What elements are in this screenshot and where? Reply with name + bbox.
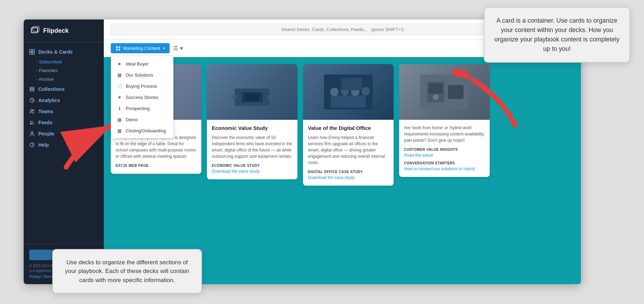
deck-grid-icon: [116, 46, 121, 51]
svg-rect-1: [33, 26, 39, 31]
svg-rect-4: [30, 52, 32, 54]
card-3: Value of the Digital Office Learn how En…: [303, 64, 394, 186]
card-2-body: Economic Value Study Discover the econom…: [207, 120, 297, 179]
sidebar-item-decks-cards[interactable]: Decks & Cards: [24, 46, 104, 57]
svg-rect-30: [268, 95, 273, 98]
card-2-image: [207, 64, 297, 120]
dropdown-item-prospecting[interactable]: ℹ Prospecting: [111, 103, 173, 114]
card-1-section-label: ES7JX WEB PAGE: [116, 164, 196, 167]
dropdown-item-label: Buying Process: [126, 84, 157, 89]
dropdown-item-label: Ideal Buyer: [126, 61, 149, 67]
card-4-desc: Are 'work from home' or 'hybrid work' re…: [404, 125, 485, 143]
svg-rect-29: [231, 95, 236, 98]
dropdown-item-label: Our Solutions: [126, 72, 153, 78]
sort-icon[interactable]: ▾: [180, 45, 183, 52]
dropdown-item-buying-process[interactable]: 📄 Buying Process: [111, 80, 173, 92]
sidebar-item-people[interactable]: People: [24, 128, 104, 139]
sidebar-item-archive[interactable]: - Archive: [24, 75, 104, 84]
svg-point-36: [362, 87, 370, 95]
person-icon: [29, 131, 35, 137]
flipdeck-logo-icon: [31, 26, 40, 36]
grid-icon: ▦: [117, 72, 122, 78]
sidebar-item-collections[interactable]: Collections: [24, 84, 104, 95]
tooltip-bottom-text: Use decks to organize the different sect…: [65, 259, 189, 283]
decks-cards-label: Decks & Cards: [38, 49, 73, 55]
svg-rect-17: [118, 46, 120, 48]
dropdown-item-ideal-buyer[interactable]: ★ Ideal Buyer: [111, 58, 173, 69]
deck-selector-button[interactable]: Marketing Content ▾: [111, 43, 170, 53]
card-2: Economic Value Study Discover the econom…: [207, 64, 297, 179]
svg-rect-19: [118, 49, 120, 50]
svg-rect-18: [116, 49, 118, 50]
svg-rect-41: [429, 83, 443, 94]
office-svg: [324, 75, 373, 109]
svg-point-33: [330, 88, 339, 96]
svg-rect-2: [30, 49, 32, 52]
card-4-section-label-1: CUSTOMER VALUE INSIGHTS: [404, 148, 485, 151]
card-2-link-1[interactable]: Download the value study: [212, 169, 293, 174]
sidebar-logo: Flipdeck: [24, 20, 104, 42]
dropdown-item-closing[interactable]: ▦ Closing/Onboarding: [111, 125, 173, 136]
people-label: People: [38, 131, 54, 137]
svg-rect-32: [331, 95, 366, 108]
card-4: Are 'work from home' or 'hybrid work' re…: [399, 64, 490, 177]
card-3-section-label: DIGITAL OFFICE CASE STUDY: [308, 170, 389, 174]
deck-selector-label: Marketing Content: [123, 46, 160, 51]
card-3-image: [303, 64, 394, 120]
analytics-label: Analytics: [38, 98, 60, 103]
card-4-section-label-2: CONVERSATION STARTERS: [404, 161, 485, 165]
dropdown-item-label: Prospecting: [126, 106, 150, 111]
tooltip-bottom: Use decks to organize the different sect…: [52, 249, 202, 294]
info-icon: ℹ: [117, 106, 122, 111]
doc-icon: 📄: [117, 83, 122, 89]
svg-point-10: [30, 109, 32, 111]
svg-rect-0: [31, 28, 38, 33]
svg-rect-16: [116, 46, 118, 48]
tooltip-top-right-text: A card is a container. Use cards to orga…: [494, 17, 619, 52]
toolbar-icons: ☰ ▾: [173, 45, 183, 52]
card-4-link-1[interactable]: Read the article: [404, 153, 485, 158]
collections-label: Collections: [38, 86, 64, 92]
card-4-image: [399, 64, 490, 120]
svg-point-12: [30, 123, 31, 125]
rss-icon: [29, 120, 35, 125]
list-icon[interactable]: ☰: [173, 45, 178, 52]
dropdown-item-demo[interactable]: ▦ Demo: [111, 114, 173, 125]
dropdown-item-label: Success Stories: [126, 95, 158, 100]
card-2-title: Economic Value Study: [212, 125, 293, 132]
svg-point-42: [433, 94, 439, 100]
dropdown-item-success-stories[interactable]: ♥ Success Stories: [111, 92, 173, 103]
sidebar-item-teams[interactable]: Teams: [24, 106, 104, 117]
sidebar-item-analytics[interactable]: Analytics: [24, 95, 104, 106]
feeds-label: Feeds: [38, 120, 52, 125]
sidebar-nav: Decks & Cards - Subscribed - Favorites -…: [24, 42, 104, 244]
sidebar-item-favorites[interactable]: - Favorites: [24, 66, 104, 75]
dropdown-menu: ★ Ideal Buyer ▦ Our Solutions 📄 Buying P…: [111, 56, 173, 139]
tooltip-top-right: A card is a container. Use cards to orga…: [484, 7, 630, 63]
grid-icon: [29, 49, 35, 55]
svg-text:?: ?: [31, 143, 33, 147]
conference-svg: [228, 75, 277, 109]
card-3-link-1[interactable]: Download the case study: [308, 175, 389, 180]
sidebar-item-subscribed[interactable]: - Subscribed: [24, 57, 104, 66]
sidebar-item-feeds[interactable]: Feeds: [24, 117, 104, 128]
sidebar-item-help[interactable]: ? Help: [24, 139, 104, 150]
wfh-svg: [420, 75, 469, 109]
heart-icon: ♥: [117, 94, 122, 100]
question-icon: ?: [29, 142, 35, 148]
card-3-body: Value of the Digital Office Learn how En…: [303, 120, 394, 186]
teams-label: Teams: [38, 109, 53, 114]
svg-point-13: [31, 132, 33, 134]
card-4-link-2[interactable]: How to connect our solutions to hybrid: [404, 166, 485, 171]
svg-rect-40: [448, 85, 464, 99]
layers-icon: [29, 86, 35, 92]
star-icon: ★: [117, 61, 122, 67]
svg-rect-3: [32, 49, 34, 52]
chart-icon: [29, 98, 35, 103]
dropdown-item-our-solutions[interactable]: ▦ Our Solutions: [111, 69, 173, 80]
card-3-desc: Learn how Envoy helped a financial servi…: [308, 134, 389, 166]
dropdown-item-label: Demo: [126, 117, 138, 122]
card-4-body: Are 'work from home' or 'hybrid work' re…: [399, 120, 490, 177]
deck-arrow-icon: ▾: [163, 46, 165, 50]
svg-rect-37: [341, 78, 362, 90]
